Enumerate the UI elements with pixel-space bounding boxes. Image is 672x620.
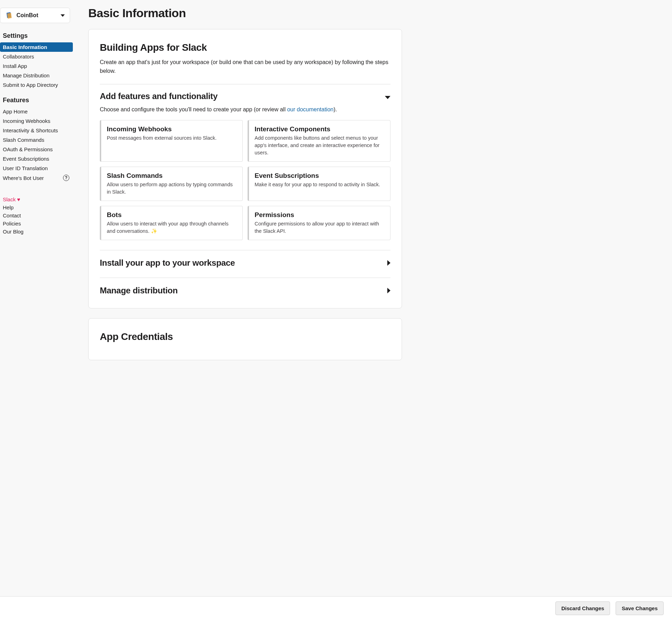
feature-desc: Make it easy for your app to respond to … bbox=[255, 181, 385, 188]
feature-bots[interactable]: Bots Allow users to interact with your a… bbox=[100, 206, 243, 240]
feature-slash-commands[interactable]: Slash Commands Allow users to perform ap… bbox=[100, 167, 243, 201]
nav-collaborators[interactable]: Collaborators bbox=[0, 52, 73, 61]
feature-title: Incoming Webhooks bbox=[107, 125, 237, 133]
chevron-right-icon bbox=[387, 260, 390, 266]
footer-slack-love[interactable]: Slack ♥ bbox=[0, 195, 73, 203]
features-section-toggle[interactable]: Add features and functionality bbox=[100, 91, 390, 101]
nav-event-subscriptions[interactable]: Event Subscriptions bbox=[0, 154, 73, 163]
save-button[interactable]: Save Changes bbox=[616, 601, 664, 615]
app-selector[interactable]: CoinBot bbox=[0, 8, 70, 23]
chevron-right-icon bbox=[387, 288, 390, 293]
feature-interactive-components[interactable]: Interactive Components Add components li… bbox=[248, 120, 390, 162]
nav-oauth-permissions[interactable]: OAuth & Permissions bbox=[0, 145, 73, 154]
app-credentials-card: App Credentials bbox=[88, 318, 402, 360]
footer-contact[interactable]: Contact bbox=[0, 211, 73, 220]
divider bbox=[100, 84, 390, 84]
features-header: Features bbox=[0, 95, 73, 107]
manage-section-title: Manage distribution bbox=[100, 286, 178, 295]
footer-slack-love-label: Slack bbox=[3, 196, 16, 202]
feature-title: Event Subscriptions bbox=[255, 172, 385, 180]
chevron-down-icon bbox=[385, 96, 390, 99]
nav-incoming-webhooks[interactable]: Incoming Webhooks bbox=[0, 116, 73, 126]
feature-permissions[interactable]: Permissions Configure permissions to all… bbox=[248, 206, 390, 240]
action-bar: Discard Changes Save Changes bbox=[0, 596, 672, 620]
nav-app-home[interactable]: App Home bbox=[0, 107, 73, 116]
nav-manage-distribution[interactable]: Manage Distribution bbox=[0, 71, 73, 80]
app-icon bbox=[5, 12, 13, 19]
nav-basic-information[interactable]: Basic Information bbox=[0, 42, 73, 52]
feature-title: Bots bbox=[107, 211, 237, 219]
nav-wheres-bot-user-label: Where's Bot User bbox=[3, 175, 44, 181]
nav-user-id-translation[interactable]: User ID Translation bbox=[0, 163, 73, 173]
settings-header: Settings bbox=[0, 30, 73, 42]
building-desc: Create an app that's just for your works… bbox=[100, 58, 390, 76]
feature-desc: Allow users to interact with your app th… bbox=[107, 220, 237, 235]
feature-desc: Post messages from external sources into… bbox=[107, 134, 237, 142]
feature-desc: Allow users to perform app actions by ty… bbox=[107, 181, 237, 196]
app-name: CoinBot bbox=[16, 12, 38, 19]
chevron-down-icon bbox=[61, 14, 65, 17]
feature-title: Permissions bbox=[255, 211, 385, 219]
discard-button[interactable]: Discard Changes bbox=[555, 601, 610, 615]
install-section-toggle[interactable]: Install your app to your workspace bbox=[100, 258, 390, 268]
building-title: Building Apps for Slack bbox=[100, 42, 390, 53]
nav-submit-app-directory[interactable]: Submit to App Directory bbox=[0, 80, 73, 90]
feature-incoming-webhooks[interactable]: Incoming Webhooks Post messages from ext… bbox=[100, 120, 243, 162]
features-section-desc-prefix: Choose and configure the tools you'll ne… bbox=[100, 106, 287, 112]
nav-slash-commands[interactable]: Slash Commands bbox=[0, 135, 73, 145]
building-apps-card: Building Apps for Slack Create an app th… bbox=[88, 29, 402, 308]
footer-help[interactable]: Help bbox=[0, 203, 73, 211]
nav-wheres-bot-user[interactable]: Where's Bot User ? bbox=[0, 173, 73, 183]
footer-blog[interactable]: Our Blog bbox=[0, 228, 73, 236]
features-section-title: Add features and functionality bbox=[100, 91, 217, 101]
install-section-title: Install your app to your workspace bbox=[100, 258, 235, 268]
sparkle-icon: ✨ bbox=[151, 228, 157, 235]
feature-event-subscriptions[interactable]: Event Subscriptions Make it easy for you… bbox=[248, 167, 390, 201]
credentials-title: App Credentials bbox=[100, 331, 390, 342]
features-section-desc-suffix: ). bbox=[333, 106, 337, 112]
manage-section-toggle[interactable]: Manage distribution bbox=[100, 286, 390, 295]
help-icon[interactable]: ? bbox=[63, 175, 69, 181]
features-section-desc: Choose and configure the tools you'll ne… bbox=[100, 105, 390, 114]
feature-desc: Add components like buttons and select m… bbox=[255, 134, 385, 156]
nav-interactivity-shortcuts[interactable]: Interactivity & Shortcuts bbox=[0, 126, 73, 135]
feature-title: Interactive Components bbox=[255, 125, 385, 133]
feature-desc: Configure permissions to allow your app … bbox=[255, 220, 385, 235]
page-title: Basic Information bbox=[88, 6, 402, 20]
footer-policies[interactable]: Policies bbox=[0, 220, 73, 228]
nav-install-app[interactable]: Install App bbox=[0, 61, 73, 71]
feature-title: Slash Commands bbox=[107, 172, 237, 180]
heart-icon: ♥ bbox=[17, 196, 20, 202]
documentation-link[interactable]: our documentation bbox=[287, 106, 334, 112]
